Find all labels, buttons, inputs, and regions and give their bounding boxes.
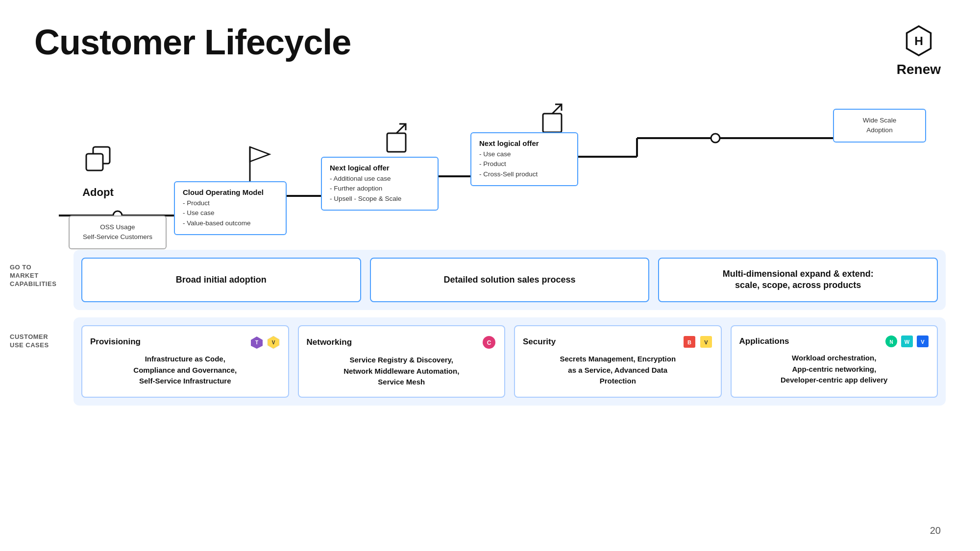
security-header: Security B V <box>523 335 713 349</box>
land-box-line2: - Use case <box>183 208 278 218</box>
nomad-icon: N <box>885 335 898 348</box>
vault-sm-icon: V <box>699 335 713 349</box>
adopt-box-line2: Self-Service Customers <box>77 232 158 242</box>
expand-box-line2: - Further adoption <box>330 184 430 193</box>
cuc-label-line2: USE CASES <box>10 341 49 350</box>
adopt-info-box: OSS Usage Self-Service Customers <box>69 216 167 249</box>
go-to-market-label: GO TO MARKET CAPABILITIES <box>10 264 69 288</box>
wide-scale-line2: Adoption <box>842 125 917 135</box>
gtm-box-2-text: Detailed solution sales process <box>443 274 575 286</box>
svg-marker-24 <box>250 147 270 162</box>
expand-box-title: Next logical offer <box>330 164 430 172</box>
use-cases-section: Provisioning T V Infrastructure as Code,… <box>74 317 946 406</box>
provisioning-body: Infrastructure as Code, Compliance and G… <box>90 354 280 387</box>
security-icons: B V <box>683 335 713 349</box>
applications-title: Applications <box>739 336 789 346</box>
svg-line-30 <box>552 104 562 114</box>
extend-box-title: Next logical offer <box>479 139 569 147</box>
page-title: Customer Lifecycle <box>34 22 351 62</box>
use-case-security: Security B V Secrets Management, Encrypt… <box>514 325 722 398</box>
gtm-label-line2: MARKET <box>10 272 69 280</box>
wide-scale-box: Wide Scale Adoption <box>833 109 926 143</box>
networking-body: Service Registry & Discovery, Network Mi… <box>307 355 497 388</box>
provisioning-title: Provisioning <box>90 337 141 347</box>
security-body: Secrets Management, Encryption as a Serv… <box>523 354 713 387</box>
customer-use-cases-label: CUSTOMER USE CASES <box>10 333 49 350</box>
use-case-provisioning: Provisioning T V Infrastructure as Code,… <box>81 325 289 398</box>
extend-box-line1: - Use case <box>479 149 569 159</box>
svg-line-27 <box>396 124 406 133</box>
logo-area: H Renew <box>897 24 941 77</box>
svg-text:H: H <box>914 34 923 48</box>
use-case-applications: Applications N W V Workload orche <box>731 325 938 398</box>
expand-box-line1: - Additional use case <box>330 174 430 184</box>
renew-label: Renew <box>897 62 941 77</box>
provisioning-header: Provisioning T V <box>90 335 280 349</box>
hashicorp-logo-icon: H <box>902 24 936 59</box>
svg-text:B: B <box>687 339 691 345</box>
extend-box-line2: - Product <box>479 159 569 169</box>
wide-scale-line1: Wide Scale <box>842 116 917 125</box>
svg-text:V: V <box>704 339 708 345</box>
svg-rect-26 <box>387 133 406 152</box>
gtm-box-2: Detailed solution sales process <box>370 258 650 302</box>
expand-box-line3: - Upsell - Scope & Scale <box>330 194 430 204</box>
svg-text:V: V <box>271 340 275 345</box>
extend-info-box: Next logical offer - Use case - Product … <box>470 132 578 186</box>
svg-rect-29 <box>543 114 562 132</box>
consul-icon: C <box>482 335 496 350</box>
gtm-box-1-text: Broad initial adoption <box>176 274 267 286</box>
terraform-icon: T <box>250 335 264 349</box>
svg-text:T: T <box>255 340 258 345</box>
extend-box-line3: - Cross-Sell product <box>479 169 569 179</box>
land-box-line1: - Product <box>183 198 278 208</box>
applications-header: Applications N W V <box>739 335 930 348</box>
vagrant-icon: V <box>916 335 929 348</box>
security-title: Security <box>523 337 556 347</box>
boundary-icon: B <box>683 335 696 349</box>
expand-info-box: Next logical offer - Additional use case… <box>321 157 439 211</box>
use-case-networking: Networking C Service Registry & Discover… <box>298 325 506 398</box>
applications-icons: N W V <box>885 335 929 348</box>
land-box-title: Cloud Operating Model <box>183 188 278 196</box>
svg-text:C: C <box>487 339 491 346</box>
svg-point-19 <box>711 134 720 143</box>
go-to-market-section: Broad initial adoption Detailed solution… <box>74 250 946 310</box>
applications-body: Workload orchestration, App-centric netw… <box>739 353 930 386</box>
land-box-line3: - Value-based outcome <box>183 218 278 228</box>
adopt-box-line1: OSS Usage <box>77 222 158 232</box>
svg-text:N: N <box>889 339 893 345</box>
gtm-label-line3: CAPABILITIES <box>10 280 69 288</box>
networking-icons: C <box>482 335 496 350</box>
gtm-box-3-text: Multi-dimensional expand & extend: scale… <box>723 268 874 291</box>
svg-rect-21 <box>86 154 103 170</box>
networking-title: Networking <box>307 337 352 347</box>
waypoint-icon: W <box>901 335 913 348</box>
cuc-label-line1: CUSTOMER <box>10 333 49 341</box>
land-info-box: Cloud Operating Model - Product - Use ca… <box>174 181 287 235</box>
networking-header: Networking C <box>307 335 497 350</box>
svg-text:W: W <box>905 339 910 345</box>
svg-text:V: V <box>921 339 925 345</box>
gtm-box-3: Multi-dimensional expand & extend: scale… <box>658 258 938 302</box>
page-number: 20 <box>930 525 941 536</box>
gtm-box-1: Broad initial adoption <box>81 258 361 302</box>
vault-icon: V <box>267 335 280 349</box>
gtm-label-line1: GO TO <box>10 264 69 272</box>
svg-text:Adopt: Adopt <box>82 186 114 198</box>
provisioning-icons: T V <box>250 335 280 349</box>
